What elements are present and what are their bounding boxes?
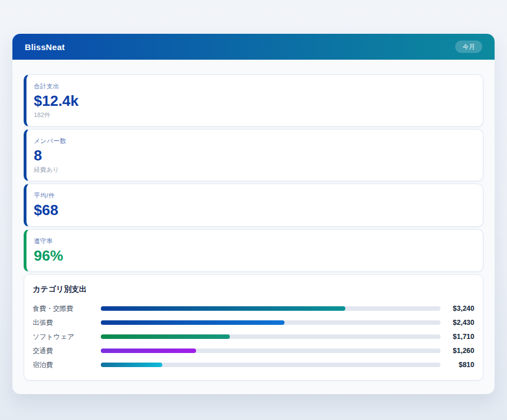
category-bar-fill (101, 348, 196, 353)
category-bar-track (101, 320, 441, 325)
stat-label: メンバー数 (34, 137, 474, 145)
category-bar-fill (101, 306, 345, 311)
category-bar-track (101, 306, 441, 311)
stat-label: 遵守率 (34, 237, 474, 245)
category-label: ソフトウェア (33, 332, 101, 342)
category-amount: $1,260 (441, 347, 474, 355)
category-bar-track (101, 363, 441, 367)
app-header: BlissNeat 今月 (12, 34, 495, 60)
category-label: 宿泊費 (33, 360, 101, 370)
category-bar-fill (101, 363, 162, 367)
stat-value: 8 (34, 147, 474, 164)
category-bar-track (101, 334, 441, 339)
category-bar-fill (101, 320, 284, 325)
stat-sub: 182件 (34, 111, 474, 119)
stat-card-total-spend: 合計支出 $12.4k 182件 (24, 74, 483, 127)
stat-value: 96% (34, 247, 474, 265)
stat-value: $68 (34, 202, 474, 219)
stat-label: 平均/件 (34, 191, 474, 200)
category-label: 出張費 (33, 318, 101, 328)
category-label: 食費・交際費 (33, 304, 101, 314)
category-row: 宿泊費 $810 (33, 358, 474, 372)
category-row: 出張費 $2,430 (33, 316, 474, 330)
category-spend-card: カテゴリ別支出 食費・交際費 $3,240 出張費 $2,430 ソフトウェア (24, 274, 483, 381)
stat-value: $12.4k (34, 92, 474, 110)
category-label: 交通費 (33, 346, 101, 356)
dashboard-panel: BlissNeat 今月 合計支出 $12.4k 182件 メンバー数 8 経費… (12, 34, 495, 394)
panel-body: 合計支出 $12.4k 182件 メンバー数 8 経費あり 平均/件 $68 遵… (12, 60, 495, 394)
category-section-title: カテゴリ別支出 (33, 284, 474, 294)
period-badge[interactable]: 今月 (455, 41, 482, 53)
category-bar-track (101, 348, 441, 353)
category-amount: $1,710 (441, 333, 474, 341)
category-amount: $810 (441, 361, 474, 369)
stat-card-compliance-rate: 遵守率 96% (24, 229, 483, 272)
stat-sub: 経費あり (34, 166, 474, 174)
category-row: 交通費 $1,260 (33, 344, 474, 358)
category-row: ソフトウェア $1,710 (33, 330, 474, 344)
stat-label: 合計支出 (34, 82, 474, 91)
category-bar-fill (101, 334, 230, 339)
category-amount: $3,240 (441, 305, 474, 312)
stat-card-member-count: メンバー数 8 経費あり (24, 129, 483, 181)
app-title: BlissNeat (25, 42, 65, 52)
stat-card-average-per-item: 平均/件 $68 (24, 184, 483, 226)
category-row: 食費・交際費 $3,240 (33, 302, 474, 316)
category-amount: $2,430 (441, 319, 474, 327)
